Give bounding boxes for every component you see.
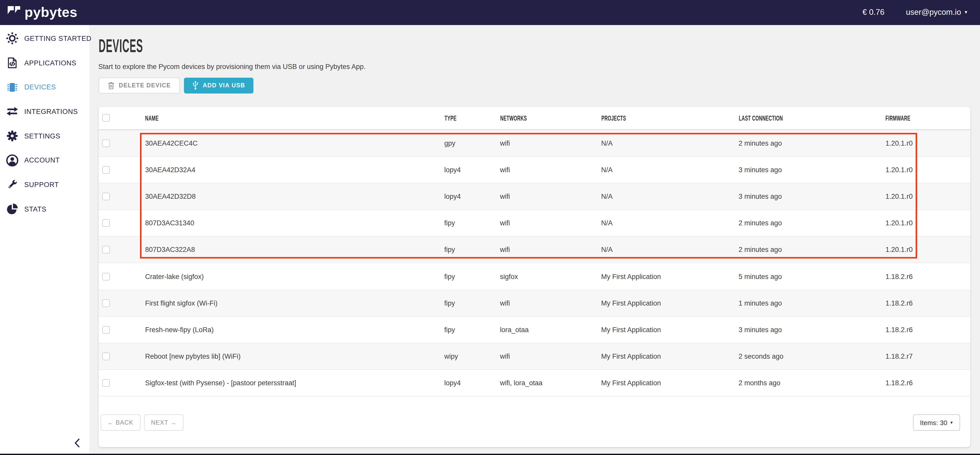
table-row[interactable]: First flight sigfox (Wi-Fi)fipywifiMy Fi… bbox=[99, 290, 970, 317]
cell-firmware: 1.20.1.r0 bbox=[886, 139, 970, 147]
cell-projects: My First Application bbox=[601, 379, 738, 387]
select-all-checkbox[interactable] bbox=[102, 114, 110, 122]
chip-icon bbox=[6, 81, 18, 93]
pybytes-logo[interactable]: pybytes bbox=[8, 6, 77, 19]
sidebar-item-label: SUPPORT bbox=[24, 181, 59, 189]
account-balance[interactable]: € 0.76 bbox=[862, 8, 885, 17]
cell-networks: wifi bbox=[500, 299, 601, 307]
cell-name: 807D3AC322A8 bbox=[145, 246, 444, 254]
sidebar-item-applications[interactable]: APPLICATIONS bbox=[0, 51, 89, 75]
user-menu[interactable]: user@pycom.io ▾ bbox=[906, 8, 967, 17]
app: pybytes € 0.76 user@pycom.io ▾ GETTING S… bbox=[0, 0, 980, 455]
cell-last-connection: 2 minutes ago bbox=[738, 246, 886, 254]
cell-firmware: 1.18.2.r6 bbox=[886, 379, 970, 387]
add-via-usb-button[interactable]: ADD VIA USB bbox=[184, 77, 253, 94]
cell-firmware: 1.18.2.r6 bbox=[886, 273, 970, 280]
sun-icon bbox=[6, 32, 18, 45]
cell-last-connection: 2 seconds ago bbox=[738, 353, 886, 360]
table-row[interactable]: Reboot [new pybytes lib] (WiFi)wipywifiM… bbox=[99, 344, 970, 370]
column-header-type: TYPE bbox=[444, 114, 500, 122]
sidebar-item-account[interactable]: ACCOUNT bbox=[0, 148, 89, 172]
sidebar-item-stats[interactable]: STATS bbox=[0, 197, 89, 221]
row-checkbox[interactable] bbox=[102, 246, 110, 254]
wrench-icon bbox=[6, 178, 18, 191]
header-checkbox-cell bbox=[99, 114, 145, 122]
row-checkbox[interactable] bbox=[102, 299, 110, 307]
row-checkbox[interactable] bbox=[102, 379, 110, 387]
cell-networks: wifi bbox=[500, 246, 601, 254]
table-row[interactable]: 30AEA42D32A4lopy4wifiN/A3 minutes ago1.2… bbox=[99, 157, 970, 183]
add-via-usb-label: ADD VIA USB bbox=[203, 83, 245, 89]
row-checkbox[interactable] bbox=[102, 139, 110, 147]
back-button[interactable]: ← BACK bbox=[100, 415, 140, 431]
row-checkbox[interactable] bbox=[102, 192, 110, 200]
items-per-page-label: Items: 30 bbox=[920, 419, 947, 426]
row-checkbox-cell bbox=[99, 273, 145, 280]
sidebar-item-devices[interactable]: DEVICES bbox=[0, 75, 89, 99]
cell-projects: My First Application bbox=[601, 273, 738, 280]
table-row[interactable]: 807D3AC322A8fipywifiN/A2 minutes ago1.20… bbox=[99, 237, 970, 263]
row-checkbox[interactable] bbox=[102, 219, 110, 227]
cell-type: fipy bbox=[444, 219, 500, 227]
row-checkbox[interactable] bbox=[102, 273, 110, 280]
cell-projects: My First Application bbox=[601, 299, 738, 307]
window-bottom-edge bbox=[0, 454, 980, 455]
row-checkbox[interactable] bbox=[102, 326, 110, 334]
row-checkbox-cell bbox=[99, 192, 145, 200]
table-row[interactable]: Sigfox-test (with Pysense) - [pastoor pe… bbox=[99, 370, 970, 396]
sidebar-item-settings[interactable]: SETTINGS bbox=[0, 124, 89, 148]
table-row[interactable]: Crater-lake (sigfox)fipysigfoxMy First A… bbox=[99, 263, 970, 290]
cell-firmware: 1.20.1.r0 bbox=[886, 166, 970, 174]
cell-projects: My First Application bbox=[601, 353, 738, 360]
row-checkbox-cell bbox=[99, 326, 145, 334]
sidebar-item-getting-started[interactable]: GETTING STARTED bbox=[0, 26, 89, 51]
sidebar-item-support[interactable]: SUPPORT bbox=[0, 172, 89, 197]
cell-name: First flight sigfox (Wi-Fi) bbox=[145, 299, 444, 307]
row-checkbox[interactable] bbox=[102, 166, 110, 174]
row-checkbox-cell bbox=[99, 379, 145, 387]
delete-device-button[interactable]: DELETE DEVICE bbox=[99, 77, 180, 94]
sidebar-item-integrations[interactable]: INTEGRATIONS bbox=[0, 99, 89, 124]
cell-projects: N/A bbox=[601, 219, 738, 227]
table-row[interactable]: 30AEA42CEC4CgpywifiN/A2 minutes ago1.20.… bbox=[99, 130, 970, 157]
cell-type: wipy bbox=[444, 353, 500, 360]
column-header-last-connection: LAST CONNECTION bbox=[738, 114, 886, 122]
sidebar-item-label: APPLICATIONS bbox=[24, 59, 76, 67]
cell-last-connection: 2 months ago bbox=[738, 379, 886, 387]
cell-firmware: 1.20.1.r0 bbox=[886, 192, 970, 200]
page-title: DEVICES bbox=[99, 37, 970, 54]
cell-firmware: 1.20.1.r0 bbox=[886, 219, 970, 227]
sidebar: GETTING STARTEDAPPLICATIONSDEVICESINTEGR… bbox=[0, 25, 89, 454]
row-checkbox-cell bbox=[99, 299, 145, 307]
table-row[interactable]: 807D3AC31340fipywifiN/A2 minutes ago1.20… bbox=[99, 210, 970, 237]
cell-type: lopy4 bbox=[444, 192, 500, 200]
cell-last-connection: 2 minutes ago bbox=[738, 139, 886, 147]
cell-name: 30AEA42D32D8 bbox=[145, 192, 444, 200]
sidebar-item-label: STATS bbox=[24, 205, 46, 213]
row-checkbox[interactable] bbox=[102, 353, 110, 360]
cell-name: Reboot [new pybytes lib] (WiFi) bbox=[145, 353, 444, 360]
items-per-page-dropdown[interactable]: Items: 30 ▾ bbox=[913, 415, 960, 431]
column-header-firmware: FIRMWARE bbox=[886, 114, 970, 122]
user-circle-icon bbox=[6, 154, 18, 167]
sidebar-collapse-button[interactable] bbox=[74, 438, 80, 448]
gear-icon bbox=[6, 130, 18, 142]
cell-type: fipy bbox=[444, 273, 500, 280]
cell-name: Sigfox-test (with Pysense) - [pastoor pe… bbox=[145, 379, 444, 387]
next-button[interactable]: NEXT → bbox=[144, 415, 183, 431]
trash-icon bbox=[108, 82, 114, 89]
cell-projects: My First Application bbox=[601, 326, 738, 334]
code-document-icon bbox=[6, 57, 18, 69]
cell-networks: wifi bbox=[500, 166, 601, 174]
caret-down-icon: ▾ bbox=[950, 420, 953, 425]
table-row[interactable]: 30AEA42D32D8lopy4wifiN/A3 minutes ago1.2… bbox=[99, 183, 970, 210]
row-checkbox-cell bbox=[99, 139, 145, 147]
row-checkbox-cell bbox=[99, 166, 145, 174]
column-header-projects: PROJECTS bbox=[601, 114, 738, 122]
cell-firmware: 1.18.2.r6 bbox=[886, 326, 970, 334]
cell-type: fipy bbox=[444, 326, 500, 334]
column-header-name: NAME bbox=[145, 114, 444, 122]
cell-type: lopy4 bbox=[444, 166, 500, 174]
table-row[interactable]: Fresh-new-fipy (LoRa)fipylora_otaaMy Fir… bbox=[99, 317, 970, 344]
row-checkbox-cell bbox=[99, 246, 145, 254]
